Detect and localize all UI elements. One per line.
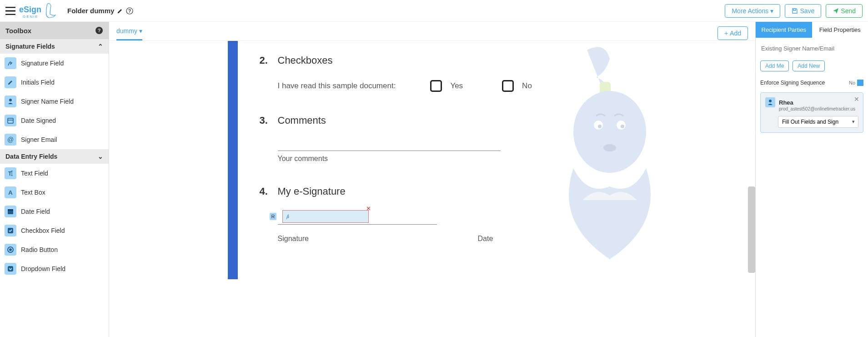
field-checkbox[interactable]: Checkbox Field xyxy=(0,221,109,240)
toggle-value: No xyxy=(849,80,855,86)
signature-label: Signature xyxy=(278,235,437,243)
chevron-up-icon: ⌃ xyxy=(98,43,103,50)
svg-text:?: ? xyxy=(128,9,131,14)
existing-signer-input[interactable] xyxy=(760,42,863,55)
section-title: Data Entry Fields xyxy=(5,153,57,160)
add-me-button[interactable]: Add Me xyxy=(760,60,789,71)
remove-recipient-icon[interactable]: ✕ xyxy=(854,96,859,103)
tab-field-properties[interactable]: Field Properties xyxy=(812,22,868,38)
placed-signature-field[interactable]: ✕ xyxy=(282,210,369,223)
svg-text:@: @ xyxy=(7,136,14,143)
save-label: Save xyxy=(800,7,814,15)
enforce-label: Enforce Signing Sequence xyxy=(760,80,825,86)
field-signer-name[interactable]: Signer Name Field xyxy=(0,92,109,111)
document-area: dummy ▾ + Add xyxy=(109,22,755,337)
checkbox-no[interactable] xyxy=(502,80,514,92)
toolbox-header: Toolbox ? xyxy=(0,22,109,39)
field-signature[interactable]: Signature Field xyxy=(0,54,109,73)
user-icon xyxy=(5,96,16,107)
section-number: 4. xyxy=(260,186,268,197)
signature-line[interactable]: R ✕ xyxy=(278,211,437,225)
section-data-entry-fields[interactable]: Data Entry Fields ⌄ xyxy=(0,149,109,164)
menu-toggle[interactable] xyxy=(5,7,15,15)
field-label: Signer Name Field xyxy=(21,98,74,105)
avatar xyxy=(765,97,775,107)
help-icon[interactable]: ? xyxy=(126,7,133,15)
circle-dot-icon xyxy=(5,244,16,256)
svg-point-6 xyxy=(9,99,12,101)
document-tabs: dummy ▾ xyxy=(109,22,755,41)
field-text-field[interactable]: T Text Field xyxy=(0,164,109,183)
send-label: Send xyxy=(841,7,856,15)
svg-text:eSign: eSign xyxy=(19,5,41,14)
send-button[interactable]: Send xyxy=(826,4,863,18)
toolbox-sidebar: Toolbox ? Signature Fields ⌃ Signature F… xyxy=(0,22,109,337)
pencil-icon xyxy=(5,76,16,88)
svg-rect-7 xyxy=(8,118,13,123)
tab-recipient-parties[interactable]: Recipient Parties xyxy=(756,22,812,38)
more-actions-button[interactable]: More Actions ▾ xyxy=(725,4,780,18)
field-label: Text Box xyxy=(21,189,45,196)
comments-hint: Your comments xyxy=(278,155,619,163)
document-tab-dummy[interactable]: dummy ▾ xyxy=(116,27,142,40)
svg-text:A: A xyxy=(8,189,13,196)
section-comments: 3. Comments Your comments xyxy=(278,115,619,163)
field-signer-email[interactable]: @ Signer Email xyxy=(0,130,109,149)
edit-folder-icon[interactable] xyxy=(117,8,123,14)
calendar-icon xyxy=(5,115,16,126)
field-label: Dropdown Field xyxy=(21,265,65,272)
scrollbar-thumb[interactable] xyxy=(748,186,755,273)
save-button[interactable]: Save xyxy=(785,4,821,18)
section-signature: 4. My e-Signature R ✕ xyxy=(278,186,619,243)
field-radio[interactable]: Radio Button xyxy=(0,240,109,259)
document-canvas[interactable]: 2. Checkboxes I have read this sample do… xyxy=(109,41,755,337)
toolbox-title: Toolbox xyxy=(5,27,31,35)
recipient-card: ✕ Rhea prod_astest502@onlinetimetracker.… xyxy=(760,92,863,133)
caret-down-icon: ▾ xyxy=(770,7,773,15)
right-panel: Recipient Parties Field Properties Add M… xyxy=(755,22,868,337)
section-checkboxes: 2. Checkboxes I have read this sample do… xyxy=(278,55,619,92)
svg-rect-16 xyxy=(8,266,13,272)
app-header: eSign GENIE Folder dummy ? More Actions … xyxy=(0,0,868,22)
text-cursor-icon: T xyxy=(5,167,16,179)
enforce-sequence-row: Enforce Signing Sequence No xyxy=(760,80,863,86)
add-document-button[interactable]: + Add xyxy=(717,26,748,40)
comments-line[interactable] xyxy=(278,140,501,151)
field-text-box[interactable]: A Text Box xyxy=(0,183,109,202)
plus-icon: + xyxy=(724,30,728,37)
letter-a-icon: A xyxy=(5,186,16,198)
field-date-signed[interactable]: Date Signed xyxy=(0,111,109,130)
header-actions: More Actions ▾ Save Send xyxy=(725,4,863,18)
recipient-name: Rhea xyxy=(779,99,793,106)
more-actions-label: More Actions xyxy=(732,7,768,15)
date-label: Date xyxy=(478,235,493,243)
field-initials[interactable]: Initials Field xyxy=(0,73,109,92)
field-dropdown[interactable]: Dropdown Field xyxy=(0,259,109,278)
signature-icon xyxy=(5,57,16,69)
enforce-toggle[interactable]: No xyxy=(849,80,863,86)
svg-point-24 xyxy=(769,100,772,102)
chevron-down-icon: ⌄ xyxy=(98,153,103,160)
section-title: Signature Fields xyxy=(5,43,55,50)
field-label: Signature Field xyxy=(21,60,64,67)
svg-text:?: ? xyxy=(98,28,101,33)
add-new-button[interactable]: Add New xyxy=(793,60,825,71)
toolbox-help-icon[interactable]: ? xyxy=(95,26,103,35)
field-label: Date Field xyxy=(21,208,50,215)
caret-down-icon: ▾ xyxy=(139,27,142,35)
toggle-indicator xyxy=(857,80,863,86)
field-label: Signer Email xyxy=(21,136,57,143)
signature-icon xyxy=(285,212,291,221)
svg-text:GENIE: GENIE xyxy=(23,15,39,19)
field-date[interactable]: Date Field xyxy=(0,202,109,221)
checkbox-yes[interactable] xyxy=(430,80,442,92)
recipient-role-select[interactable]: Fill Out Fields and Sign xyxy=(778,116,858,128)
recipient-tag: R xyxy=(270,213,277,220)
field-label: Radio Button xyxy=(21,246,58,253)
section-signature-fields[interactable]: Signature Fields ⌃ xyxy=(0,39,109,54)
save-icon xyxy=(792,8,798,14)
panel-tabs: Recipient Parties Field Properties xyxy=(756,22,868,38)
document-page: 2. Checkboxes I have read this sample do… xyxy=(214,41,651,279)
checkbox-prompt: I have read this sample document: xyxy=(278,81,396,91)
remove-field-icon[interactable]: ✕ xyxy=(366,205,371,212)
